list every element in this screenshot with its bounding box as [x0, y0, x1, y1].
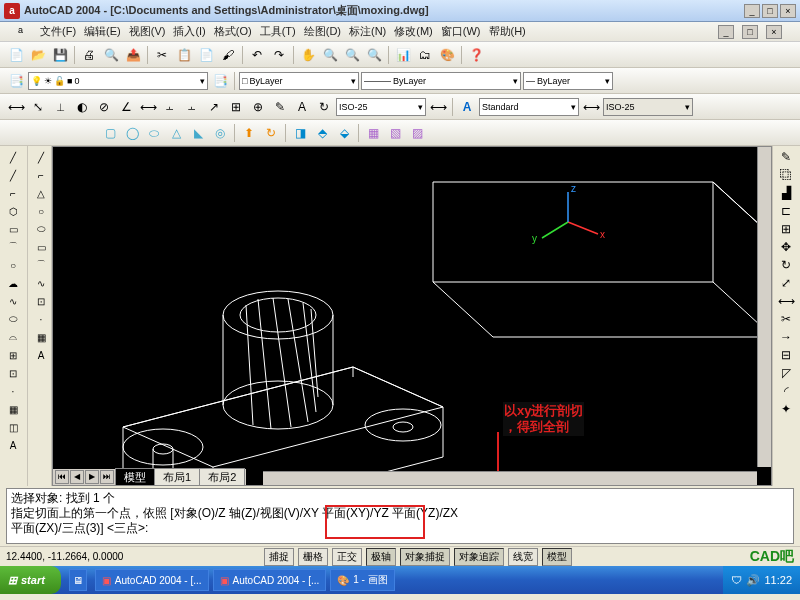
- new-button[interactable]: 📄: [6, 45, 26, 65]
- close-button[interactable]: ×: [780, 4, 796, 18]
- rectangle-button[interactable]: ▭: [2, 220, 24, 238]
- fillet-button[interactable]: ◜: [775, 382, 797, 400]
- tool5-button[interactable]: ⬭: [30, 220, 52, 238]
- layer-manager-button[interactable]: 📑: [6, 71, 26, 91]
- polar-toggle[interactable]: 极轴: [366, 548, 396, 566]
- torus-button[interactable]: ◎: [210, 123, 230, 143]
- setup-profile-button[interactable]: ▨: [407, 123, 427, 143]
- model-toggle[interactable]: 模型: [542, 548, 572, 566]
- menu-format[interactable]: 格式(O): [214, 24, 252, 39]
- mtext-button[interactable]: A: [2, 436, 24, 454]
- zoom-prev-button[interactable]: 🔍: [364, 45, 384, 65]
- undo-button[interactable]: ↶: [247, 45, 267, 65]
- color-dropdown[interactable]: □ ByLayer ▾: [239, 72, 359, 90]
- mdi-close-button[interactable]: ×: [766, 25, 782, 39]
- tool12-button[interactable]: A: [30, 346, 52, 364]
- polygon-button[interactable]: ⬡: [2, 202, 24, 220]
- tray-icon[interactable]: 🔊: [746, 574, 760, 587]
- textstyle-dropdown[interactable]: Standard ▾: [479, 98, 579, 116]
- redo-button[interactable]: ↷: [269, 45, 289, 65]
- section-button[interactable]: ⬘: [312, 123, 332, 143]
- menu-insert[interactable]: 插入(I): [173, 24, 205, 39]
- tab-next-button[interactable]: ▶: [85, 470, 99, 484]
- dimstyle2-button[interactable]: ⟷: [581, 97, 601, 117]
- command-panel[interactable]: 选择对象: 找到 1 个 指定切面上的第一个点，依照 [对象(O)/Z 轴(Z)…: [6, 488, 794, 544]
- menu-dimension[interactable]: 标注(N): [349, 24, 386, 39]
- leader-button[interactable]: ↗: [204, 97, 224, 117]
- pline-button[interactable]: ⌐: [2, 184, 24, 202]
- dimstyle2-dropdown[interactable]: ISO-25 ▾: [603, 98, 693, 116]
- point-button[interactable]: ·: [2, 382, 24, 400]
- cut-button[interactable]: ✂: [152, 45, 172, 65]
- lwt-toggle[interactable]: 线宽: [508, 548, 538, 566]
- ellipse-button[interactable]: ⬭: [2, 310, 24, 328]
- tool3-button[interactable]: △: [30, 184, 52, 202]
- array-button[interactable]: ⊞: [775, 220, 797, 238]
- tab-last-button[interactable]: ⏭: [100, 470, 114, 484]
- scale-button[interactable]: ⤢: [775, 274, 797, 292]
- start-button[interactable]: ⊞ start: [0, 566, 61, 594]
- rotate-button[interactable]: ↻: [775, 256, 797, 274]
- revcloud-button[interactable]: ☁: [2, 274, 24, 292]
- tool6-button[interactable]: ▭: [30, 238, 52, 256]
- toolpalette-button[interactable]: 🎨: [437, 45, 457, 65]
- dim-radius-button[interactable]: ◐: [72, 97, 92, 117]
- print-button[interactable]: 🖨: [79, 45, 99, 65]
- centermark-button[interactable]: ⊕: [248, 97, 268, 117]
- copy-button[interactable]: 📋: [174, 45, 194, 65]
- publish-button[interactable]: 📤: [123, 45, 143, 65]
- tool9-button[interactable]: ⊡: [30, 292, 52, 310]
- zoom-rt-button[interactable]: 🔍: [320, 45, 340, 65]
- mdi-restore-button[interactable]: □: [742, 25, 758, 39]
- text-style-button[interactable]: A: [457, 97, 477, 117]
- clock[interactable]: 11:22: [764, 574, 792, 586]
- taskbar-item-3[interactable]: 🎨 1 - 画图: [330, 569, 394, 591]
- tray-icon[interactable]: 🛡: [731, 574, 742, 586]
- dimstyle-button[interactable]: ⟷: [428, 97, 448, 117]
- preview-button[interactable]: 🔍: [101, 45, 121, 65]
- arc-button[interactable]: ⌒: [2, 238, 24, 256]
- designcenter-button[interactable]: 🗂: [415, 45, 435, 65]
- taskbar-item-2[interactable]: ▣ AutoCAD 2004 - [...: [213, 569, 327, 591]
- dimstyle-dropdown[interactable]: ISO-25 ▾: [336, 98, 426, 116]
- layer-dropdown[interactable]: 💡 ☀ 🔓 ■ 0 ▾: [28, 72, 208, 90]
- menu-view[interactable]: 视图(V): [129, 24, 166, 39]
- copy-obj-button[interactable]: ⿻: [775, 166, 797, 184]
- dim-angular-button[interactable]: ∠: [116, 97, 136, 117]
- maximize-button[interactable]: □: [762, 4, 778, 18]
- linetype-dropdown[interactable]: ——— ByLayer ▾: [361, 72, 521, 90]
- move-button[interactable]: ✥: [775, 238, 797, 256]
- wedge-button[interactable]: ◣: [188, 123, 208, 143]
- menu-tools[interactable]: 工具(T): [260, 24, 296, 39]
- dim-aligned-button[interactable]: ⤡: [28, 97, 48, 117]
- properties-button[interactable]: 📊: [393, 45, 413, 65]
- dim-diameter-button[interactable]: ⊘: [94, 97, 114, 117]
- match-button[interactable]: 🖌: [218, 45, 238, 65]
- line-button[interactable]: ╱: [2, 148, 24, 166]
- chamfer-button[interactable]: ◸: [775, 364, 797, 382]
- erase-button[interactable]: ✎: [775, 148, 797, 166]
- paste-button[interactable]: 📄: [196, 45, 216, 65]
- offset-button[interactable]: ⊏: [775, 202, 797, 220]
- open-button[interactable]: 📂: [28, 45, 48, 65]
- tolerance-button[interactable]: ⊞: [226, 97, 246, 117]
- break-button[interactable]: ⊟: [775, 346, 797, 364]
- spline-button[interactable]: ∿: [2, 292, 24, 310]
- tab-layout1[interactable]: 布局1: [154, 468, 200, 486]
- extend-button[interactable]: →: [775, 328, 797, 346]
- lineweight-dropdown[interactable]: — ByLayer ▾: [523, 72, 613, 90]
- dim-ordinate-button[interactable]: ⟂: [50, 97, 70, 117]
- tab-layout2[interactable]: 布局2: [199, 468, 245, 486]
- trim-button[interactable]: ✂: [775, 310, 797, 328]
- tab-model[interactable]: 模型: [115, 468, 155, 486]
- region-button[interactable]: ◫: [2, 418, 24, 436]
- menu-file[interactable]: 文件(F): [40, 24, 76, 39]
- dimtedit-button[interactable]: A: [292, 97, 312, 117]
- extrude-button[interactable]: ⬆: [239, 123, 259, 143]
- tool11-button[interactable]: ▦: [30, 328, 52, 346]
- menu-draw[interactable]: 绘图(D): [304, 24, 341, 39]
- cone-button[interactable]: △: [166, 123, 186, 143]
- sphere-button[interactable]: ◯: [122, 123, 142, 143]
- otrack-toggle[interactable]: 对象追踪: [454, 548, 504, 566]
- dim-linear-button[interactable]: ⟷: [6, 97, 26, 117]
